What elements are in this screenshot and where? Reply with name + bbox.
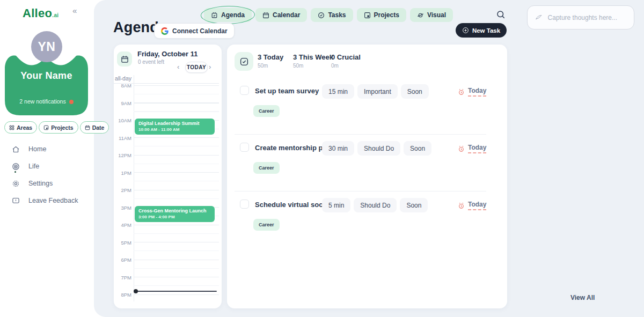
- duration-pill[interactable]: 15 min: [322, 84, 354, 99]
- projects-icon: [364, 12, 371, 19]
- tab-projects[interactable]: Projects: [357, 8, 406, 22]
- duration-pill[interactable]: 5 min: [322, 198, 350, 212]
- next-day-icon[interactable]: ›: [209, 64, 215, 70]
- chip-projects-label: Projects: [51, 124, 73, 131]
- new-task-label: New Task: [472, 27, 500, 34]
- notifications-label[interactable]: 2 new notifications: [5, 98, 88, 105]
- stat-sub: 50m: [258, 63, 283, 69]
- stat-this-week[interactable]: 3 This Week 50m: [293, 53, 333, 69]
- check-square-icon: [239, 57, 249, 67]
- hour-label: 10AM: [114, 117, 131, 123]
- tab-calendar[interactable]: Calendar: [255, 8, 307, 22]
- task-divider: [235, 134, 486, 135]
- hour-gridlines: [134, 83, 219, 301]
- stat-crucial[interactable]: 0 Crucial 0m: [331, 53, 361, 69]
- connect-calendar-button[interactable]: Connect Calendar: [154, 23, 235, 39]
- areas-grid-icon: [9, 125, 14, 130]
- calendar-day-grid[interactable]: 8AM 9AM 10AM 11AM 12PM 1PM 2PM 3PM 4PM 5…: [114, 83, 219, 301]
- alarm-icon: [458, 145, 465, 152]
- tab-label: Projects: [374, 11, 399, 19]
- tab-visual[interactable]: Visual: [410, 8, 453, 22]
- task-checkbox[interactable]: [240, 143, 249, 152]
- life-target-icon: [12, 163, 20, 171]
- duration-pill[interactable]: 30 min: [322, 141, 354, 156]
- calendar-header-icon: [117, 51, 132, 67]
- new-task-button[interactable]: New Task: [456, 23, 507, 38]
- tab-agenda[interactable]: Agenda: [204, 8, 252, 22]
- chip-date[interactable]: Date: [80, 121, 109, 134]
- priority-pill[interactable]: Should Do: [354, 198, 397, 212]
- task-checkbox[interactable]: [240, 200, 249, 209]
- tasks-panel: 3 Today 50m 3 This Week 50m 0 Crucial 0m…: [227, 45, 507, 308]
- stat-label: 3 This Week: [293, 53, 333, 61]
- alleo-logo: Alleo.ai: [23, 6, 58, 20]
- task-tag[interactable]: Career: [253, 105, 280, 117]
- connect-calendar-label: Connect Calendar: [172, 27, 228, 35]
- today-button[interactable]: TODAY: [185, 62, 208, 73]
- calendar-event[interactable]: Digital Leadership Summit 10:00 AM - 11:…: [135, 119, 215, 135]
- chip-areas-label: Areas: [17, 124, 32, 131]
- projects-icon: [43, 125, 49, 130]
- hour-label: 1PM: [114, 169, 131, 175]
- sidebar-item-label: Home: [28, 145, 46, 153]
- stat-today[interactable]: 3 Today 50m: [258, 53, 283, 69]
- task-pills: 15 min Important Soon: [322, 84, 429, 99]
- priority-pill[interactable]: Important: [357, 84, 398, 99]
- due-date[interactable]: Today: [458, 201, 486, 210]
- due-date[interactable]: Today: [458, 144, 486, 153]
- sidebar-item-leave-feedback[interactable]: Leave Feedback: [12, 192, 78, 209]
- collapse-sidebar-icon[interactable]: «: [72, 6, 77, 15]
- profile-name: Your Name: [5, 70, 88, 82]
- task-pills: 30 min Should Do Soon: [322, 141, 431, 156]
- task-title[interactable]: Set up team survey: [255, 87, 319, 95]
- hour-label: 8PM: [114, 292, 131, 298]
- hour-label: 5PM: [114, 239, 131, 245]
- task-divider: [235, 191, 486, 191]
- when-pill[interactable]: Soon: [401, 84, 429, 99]
- current-time-line: [135, 291, 217, 292]
- sidebar-item-settings[interactable]: Settings: [12, 175, 78, 192]
- google-g-icon: [161, 27, 169, 35]
- event-time: 3:00 PM - 4:00 PM: [138, 215, 211, 219]
- stat-label: 3 Today: [258, 53, 283, 61]
- alarm-icon: [458, 89, 465, 95]
- priority-pill[interactable]: Should Do: [357, 141, 400, 156]
- visual-planet-icon: [417, 12, 424, 19]
- when-pill[interactable]: Soon: [400, 198, 428, 212]
- hour-label: 3PM: [114, 204, 131, 210]
- current-time-dot[interactable]: [134, 289, 138, 293]
- chip-projects[interactable]: Projects: [39, 121, 78, 134]
- calendar-icon: [121, 55, 129, 63]
- task-title[interactable]: Schedule virtual social: [255, 201, 331, 209]
- avatar[interactable]: YN: [31, 31, 62, 62]
- chip-areas[interactable]: Areas: [4, 121, 37, 134]
- task-pills: 5 min Should Do Soon: [322, 198, 428, 212]
- tab-label: Agenda: [221, 11, 245, 19]
- due-date[interactable]: Today: [458, 87, 486, 97]
- calendar-icon: [262, 12, 269, 19]
- task-checkbox[interactable]: [240, 86, 249, 95]
- hour-label: 11AM: [114, 135, 131, 141]
- quill-icon: [535, 13, 543, 22]
- alarm-icon: [458, 202, 465, 209]
- task-tag[interactable]: Career: [253, 162, 280, 174]
- sidebar-item-home[interactable]: Home: [12, 141, 78, 158]
- tab-tasks[interactable]: Tasks: [311, 8, 353, 22]
- sidebar-item-life[interactable]: Life: [12, 158, 78, 175]
- stat-label: 0 Crucial: [331, 53, 361, 61]
- hour-label: 6PM: [114, 257, 131, 263]
- event-time: 10:00 AM - 11:00 AM: [138, 127, 211, 132]
- prev-day-icon[interactable]: ‹: [177, 64, 184, 70]
- plus-circle-icon: [462, 27, 469, 34]
- main-tabs: Agenda Calendar Tasks Projects Visual: [204, 8, 453, 22]
- task-tag[interactable]: Career: [253, 219, 280, 231]
- search-icon[interactable]: [496, 10, 507, 20]
- view-all-link[interactable]: View All: [570, 294, 595, 301]
- due-label: Today: [468, 87, 486, 97]
- calendar-event[interactable]: Cross-Gen Mentoring Launch 3:00 PM - 4:0…: [135, 206, 215, 222]
- when-pill[interactable]: Soon: [404, 141, 431, 156]
- stat-sub: 50m: [293, 63, 333, 69]
- capture-thoughts-input[interactable]: [547, 13, 626, 22]
- feedback-icon: [12, 197, 20, 205]
- hour-label: 12PM: [114, 152, 131, 158]
